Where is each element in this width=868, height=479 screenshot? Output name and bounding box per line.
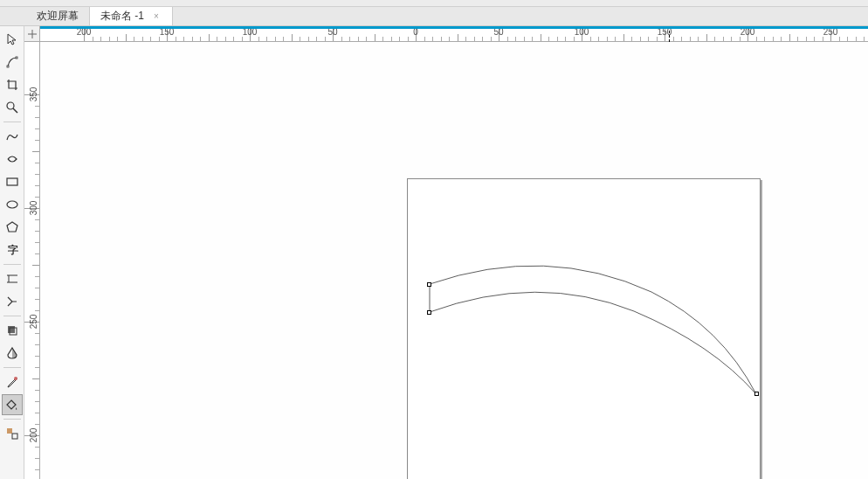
svg-rect-4	[7, 178, 17, 185]
transparency-tool[interactable]	[2, 343, 23, 364]
vertical-ruler[interactable]: 350300250200150	[24, 42, 40, 479]
ruler-corner[interactable]	[24, 26, 40, 42]
toolbox: 字	[0, 26, 24, 479]
ruler-highlight	[40, 26, 868, 29]
tool-separator	[3, 264, 21, 265]
polygon-tool[interactable]	[2, 217, 23, 238]
svg-rect-15	[12, 434, 17, 439]
tab-untitled-label: 未命名 -1	[100, 9, 144, 24]
svg-text:字: 字	[8, 244, 18, 256]
tool-separator	[3, 316, 21, 316]
control-handle[interactable]	[754, 392, 759, 396]
svg-point-2	[7, 102, 14, 109]
tool-separator	[3, 121, 21, 122]
text-tool[interactable]: 字	[2, 240, 23, 260]
tool-separator	[3, 419, 21, 420]
svg-line-3	[13, 108, 17, 113]
svg-rect-14	[7, 428, 12, 434]
crop-tool[interactable]	[2, 74, 23, 95]
top-toolbar	[0, 0, 868, 7]
ellipse-tool[interactable]	[2, 194, 23, 215]
control-handle[interactable]	[427, 282, 431, 287]
interactive-fill-tool[interactable]	[2, 394, 23, 415]
svg-rect-1	[16, 57, 17, 59]
svg-point-13	[14, 377, 17, 380]
artboard[interactable]	[407, 178, 761, 479]
svg-marker-6	[7, 222, 17, 232]
tab-welcome-label: 欢迎屏幕	[37, 9, 79, 24]
svg-point-5	[7, 201, 17, 208]
main-area: 字 20015010050050	[0, 26, 868, 479]
svg-rect-11	[8, 326, 15, 333]
tab-untitled[interactable]: 未命名 -1 ×	[90, 7, 173, 25]
control-handle[interactable]	[427, 310, 431, 315]
parallel-dimension-tool[interactable]	[2, 268, 23, 289]
smart-fill-tool[interactable]	[2, 423, 23, 444]
eyedropper-tool[interactable]	[2, 371, 23, 392]
rectangle-tool[interactable]	[2, 171, 23, 192]
svg-rect-0	[7, 66, 9, 67]
tab-welcome[interactable]: 欢迎屏幕	[26, 7, 90, 25]
close-icon[interactable]: ×	[151, 11, 162, 22]
workspace: 20015010050050100150200250 3503002502001…	[24, 26, 868, 479]
shape-tool[interactable]	[2, 52, 23, 73]
drop-shadow-tool[interactable]	[2, 320, 23, 341]
tab-bar: 欢迎屏幕 未命名 -1 ×	[0, 7, 868, 26]
canvas-area[interactable]	[40, 42, 868, 479]
tool-separator	[3, 367, 21, 368]
crosshair-icon	[28, 30, 37, 38]
pick-tool[interactable]	[2, 29, 23, 50]
zoom-tool[interactable]	[2, 97, 23, 118]
connector-tool[interactable]	[2, 291, 23, 312]
smart-drawing-tool[interactable]	[2, 149, 23, 170]
freehand-tool[interactable]	[2, 126, 23, 147]
